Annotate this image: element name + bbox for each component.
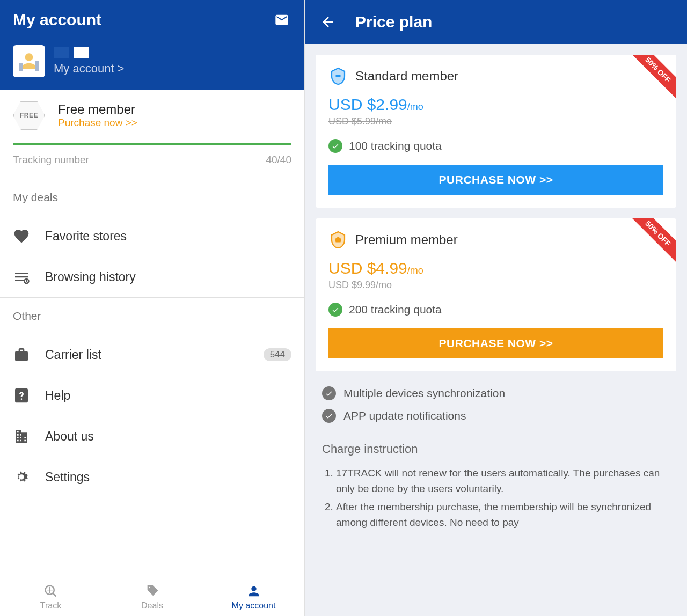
nav-track[interactable]: Track <box>0 577 101 616</box>
nav-deals[interactable]: Deals <box>101 577 203 616</box>
premium-plan-icon <box>328 230 348 250</box>
nav-label: Track <box>40 601 61 611</box>
check-icon <box>322 386 336 400</box>
premium-plan-card: 50% OFF Premium member USD $4.99/mo USD … <box>316 218 676 371</box>
svg-rect-1 <box>19 63 23 71</box>
nav-label: Deals <box>141 601 163 611</box>
charge-title: Charge instruction <box>322 442 670 456</box>
my-account-screen: My account My account > FREE Free member… <box>0 0 305 616</box>
indicator-box <box>54 47 69 58</box>
check-icon <box>328 139 342 153</box>
standard-plan-icon <box>328 67 348 86</box>
plan-name: Premium member <box>355 232 458 247</box>
section-other: Other <box>0 298 304 334</box>
purchase-standard-button[interactable]: PURCHASE NOW >> <box>328 165 663 195</box>
member-tier: Free member <box>58 102 137 117</box>
menu-favorite-stores[interactable]: Favorite stores <box>0 216 304 256</box>
gear-icon <box>13 468 30 486</box>
menu-label: Favorite stores <box>45 229 291 244</box>
menu-label: Browsing history <box>45 270 291 284</box>
charge-instruction: Charge instruction 17TRACK will not rene… <box>305 437 687 539</box>
standard-plan-card: 50% OFF Standard member USD $2.99/mo USD… <box>316 55 676 208</box>
charge-item: After the membership purchase, the membe… <box>336 500 670 530</box>
menu-carrier-list[interactable]: Carrier list 544 <box>0 334 304 375</box>
tracking-count: 40/40 <box>266 154 291 166</box>
back-icon[interactable] <box>320 14 336 30</box>
svg-rect-5 <box>336 75 341 77</box>
price-plan-screen: Price plan 50% OFF Standard member USD $… <box>305 0 687 616</box>
svg-rect-2 <box>35 61 39 71</box>
plan-price: USD $2.99/mo <box>328 96 663 114</box>
svg-point-0 <box>25 53 33 61</box>
tracking-label: Tracking number <box>13 154 89 166</box>
account-link-text: My account > <box>54 62 124 76</box>
menu-browsing-history[interactable]: Browsing history <box>0 256 304 297</box>
membership-card: FREE Free member Purchase now >> Trackin… <box>0 90 304 179</box>
plan-feature-text: 200 tracking quota <box>349 303 442 316</box>
menu-label: Settings <box>45 470 291 485</box>
avatar <box>13 45 45 77</box>
nav-label: My account <box>232 601 276 611</box>
person-icon <box>246 584 261 599</box>
nav-my-account[interactable]: My account <box>203 577 304 616</box>
page-title: Price plan <box>355 13 432 31</box>
menu-help[interactable]: Help <box>0 375 304 416</box>
menu-settings[interactable]: Settings <box>0 457 304 497</box>
heart-icon <box>13 228 30 245</box>
purchase-premium-button[interactable]: PURCHASE NOW >> <box>328 328 663 358</box>
extra-feature-text: APP update notifications <box>344 409 466 422</box>
menu-label: Carrier list <box>45 348 249 362</box>
page-title: My account <box>13 11 101 29</box>
carrier-count-badge: 544 <box>264 348 291 361</box>
bottom-nav: Track Deals My account <box>0 577 304 616</box>
help-icon <box>13 387 30 404</box>
plan-old-price: USD $5.99/mo <box>328 116 663 127</box>
extra-features: Multiple devices synchronization APP upd… <box>305 371 687 437</box>
plan-feature-text: 100 tracking quota <box>349 140 442 152</box>
account-link-row[interactable]: My account > <box>13 45 291 77</box>
charge-item: 17TRACK will not renew for the users aut… <box>336 466 670 496</box>
tag-icon <box>145 584 160 599</box>
mail-icon[interactable] <box>272 12 291 27</box>
globe-search-icon <box>43 584 59 599</box>
price-plan-header: Price plan <box>305 0 687 44</box>
building-icon <box>13 428 30 445</box>
menu-about-us[interactable]: About us <box>0 416 304 457</box>
extra-feature-text: Multiple devices synchronization <box>344 387 505 400</box>
check-icon <box>328 303 342 317</box>
free-badge-icon: FREE <box>13 101 45 130</box>
carrier-icon <box>13 346 30 363</box>
purchase-now-link[interactable]: Purchase now >> <box>58 117 137 129</box>
plan-name: Standard member <box>355 69 458 84</box>
section-my-deals: My deals <box>0 179 304 216</box>
check-icon <box>322 409 336 423</box>
menu-label: About us <box>45 429 291 444</box>
indicator-box <box>74 47 89 58</box>
plan-old-price: USD $9.99/mo <box>328 280 663 291</box>
plan-price: USD $4.99/mo <box>328 259 663 277</box>
account-header: My account My account > <box>0 0 304 90</box>
menu-label: Help <box>45 388 291 403</box>
history-icon <box>13 268 30 285</box>
